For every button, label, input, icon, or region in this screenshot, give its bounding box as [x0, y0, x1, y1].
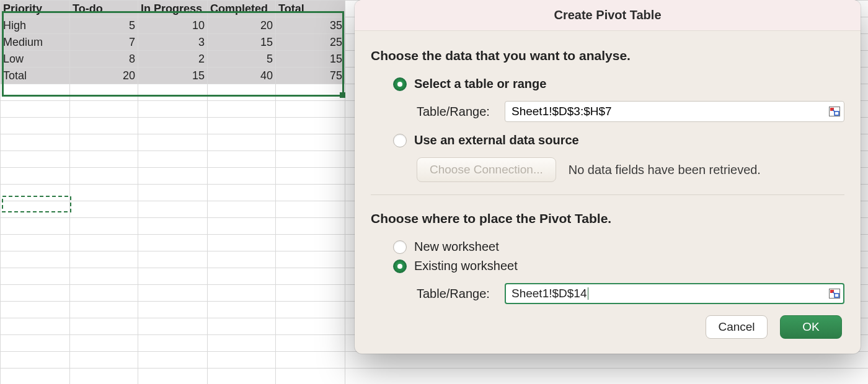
empty-cell[interactable] — [276, 268, 345, 285]
empty-cell[interactable] — [138, 268, 208, 285]
empty-cell[interactable] — [1, 185, 70, 201]
cell-todo[interactable]: 5 — [70, 17, 138, 34]
empty-cell[interactable] — [208, 84, 276, 101]
empty-cell[interactable] — [208, 352, 276, 369]
empty-cell[interactable] — [70, 268, 138, 285]
empty-cell[interactable] — [138, 101, 208, 118]
empty-cell[interactable] — [276, 302, 345, 318]
option-external-source[interactable]: Use an external data source — [371, 133, 844, 147]
radio-new-worksheet[interactable] — [393, 240, 407, 254]
empty-cell[interactable] — [276, 101, 345, 118]
empty-cell[interactable] — [70, 118, 138, 134]
empty-cell[interactable] — [70, 218, 138, 235]
empty-cell[interactable] — [276, 84, 345, 101]
empty-cell[interactable] — [138, 235, 208, 251]
destination-range-input[interactable]: Sheet1!$D$14 — [505, 283, 844, 304]
empty-cell[interactable] — [276, 251, 345, 268]
cell-inprogress[interactable]: 2 — [138, 51, 208, 68]
row-label[interactable]: High — [1, 17, 70, 34]
col-header-total[interactable]: Total — [276, 1, 345, 17]
col-header-todo[interactable]: To-do — [70, 1, 138, 17]
cell-inprogress[interactable]: 10 — [138, 17, 208, 34]
empty-cell[interactable] — [208, 185, 276, 201]
cancel-button[interactable]: Cancel — [706, 315, 768, 339]
empty-cell[interactable] — [138, 302, 208, 318]
empty-cell[interactable] — [70, 84, 138, 101]
empty-cell[interactable] — [208, 318, 276, 335]
empty-cell[interactable] — [70, 352, 138, 369]
empty-cell[interactable] — [1, 101, 70, 118]
empty-cell[interactable] — [276, 335, 345, 352]
empty-cell[interactable] — [276, 235, 345, 251]
collapse-dialog-icon[interactable] — [828, 106, 841, 117]
empty-cell[interactable] — [276, 168, 345, 185]
empty-cell[interactable] — [276, 151, 345, 168]
empty-cell[interactable] — [70, 318, 138, 335]
empty-cell[interactable] — [345, 369, 869, 385]
option-new-worksheet[interactable]: New worksheet — [371, 240, 844, 254]
empty-cell[interactable] — [208, 251, 276, 268]
cell-total[interactable]: 35 — [276, 17, 345, 34]
col-header-completed[interactable]: Completed — [208, 1, 276, 17]
empty-cell[interactable] — [276, 369, 345, 385]
empty-cell[interactable] — [1, 201, 70, 218]
empty-cell[interactable] — [208, 235, 276, 251]
empty-cell[interactable] — [1, 168, 70, 185]
empty-cell[interactable] — [1, 268, 70, 285]
empty-cell[interactable] — [138, 285, 208, 302]
empty-cell[interactable] — [1, 218, 70, 235]
empty-cell[interactable] — [70, 168, 138, 185]
empty-cell[interactable] — [138, 185, 208, 201]
empty-cell[interactable] — [208, 151, 276, 168]
empty-cell[interactable] — [138, 168, 208, 185]
empty-cell[interactable] — [138, 318, 208, 335]
empty-cell[interactable] — [208, 201, 276, 218]
empty-cell[interactable] — [276, 218, 345, 235]
empty-cell[interactable] — [1, 118, 70, 134]
empty-cell[interactable] — [208, 369, 276, 385]
empty-cell[interactable] — [138, 335, 208, 352]
empty-cell[interactable] — [1, 352, 70, 369]
cell-inprogress[interactable]: 3 — [138, 34, 208, 51]
empty-cell[interactable] — [1, 335, 70, 352]
empty-cell[interactable] — [70, 201, 138, 218]
option-select-range[interactable]: Select a table or range — [371, 77, 844, 91]
empty-cell[interactable] — [276, 201, 345, 218]
empty-cell[interactable] — [70, 335, 138, 352]
cell-todo[interactable]: 8 — [70, 51, 138, 68]
empty-cell[interactable] — [208, 168, 276, 185]
cell-total[interactable]: 75 — [276, 68, 345, 84]
empty-cell[interactable] — [208, 218, 276, 235]
empty-cell[interactable] — [208, 285, 276, 302]
empty-cell[interactable] — [276, 318, 345, 335]
empty-cell[interactable] — [1, 84, 70, 101]
radio-existing-worksheet[interactable] — [393, 260, 407, 273]
empty-cell[interactable] — [1, 369, 70, 385]
empty-cell[interactable] — [208, 118, 276, 134]
empty-cell[interactable] — [70, 251, 138, 268]
empty-cell[interactable] — [70, 369, 138, 385]
radio-external-source[interactable] — [393, 134, 407, 147]
choose-connection-button[interactable]: Choose Connection... — [417, 157, 556, 182]
ok-button[interactable]: OK — [780, 315, 842, 339]
empty-cell[interactable] — [276, 352, 345, 369]
empty-cell[interactable] — [1, 134, 70, 151]
row-label[interactable]: Medium — [1, 34, 70, 51]
cell-completed[interactable]: 40 — [208, 68, 276, 84]
radio-select-range[interactable] — [393, 77, 407, 91]
cell-inprogress[interactable]: 15 — [138, 68, 208, 84]
empty-cell[interactable] — [276, 185, 345, 201]
option-existing-worksheet[interactable]: Existing worksheet — [371, 259, 844, 273]
empty-cell[interactable] — [138, 201, 208, 218]
cell-total[interactable]: 15 — [276, 51, 345, 68]
empty-cell[interactable] — [138, 84, 208, 101]
empty-cell[interactable] — [1, 318, 70, 335]
row-label[interactable]: Low — [1, 51, 70, 68]
empty-cell[interactable] — [138, 251, 208, 268]
empty-cell[interactable] — [138, 151, 208, 168]
empty-cell[interactable] — [1, 235, 70, 251]
empty-cell[interactable] — [70, 185, 138, 201]
col-header-inprogress[interactable]: In Progress — [138, 1, 208, 17]
empty-cell[interactable] — [276, 285, 345, 302]
empty-cell[interactable] — [208, 335, 276, 352]
